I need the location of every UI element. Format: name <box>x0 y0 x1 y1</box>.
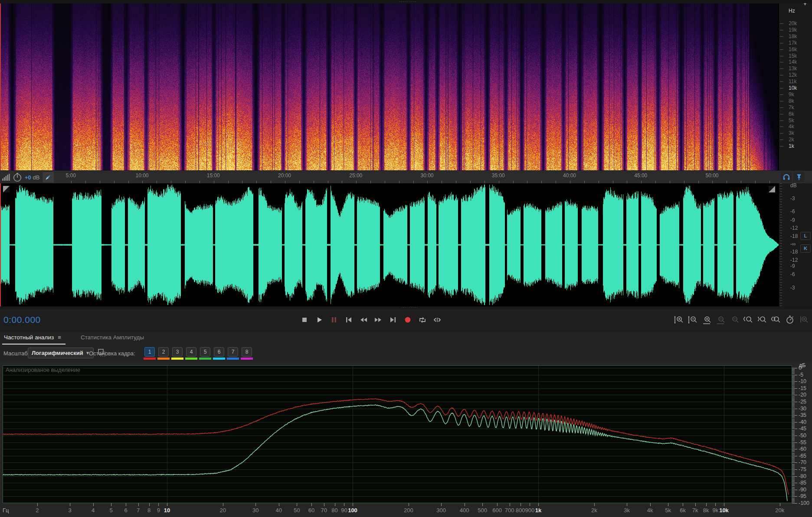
y-axis-tick <box>792 453 795 454</box>
waveform-view[interactable] <box>0 183 779 306</box>
hold-frame-button-7[interactable]: 7 <box>228 347 238 357</box>
y-axis-label: -80 <box>799 473 806 479</box>
stop-button[interactable] <box>298 313 311 326</box>
clock-icon[interactable] <box>13 172 22 182</box>
record-button[interactable] <box>402 313 414 326</box>
playhead-line[interactable] <box>0 183 1 306</box>
zoom-full-button[interactable] <box>798 313 809 326</box>
loop-playback-button[interactable] <box>416 313 429 326</box>
corner-handle-icon[interactable] <box>3 186 10 192</box>
hold-frame-button-4[interactable]: 4 <box>186 347 196 357</box>
y-axis-label: -15 <box>799 385 806 391</box>
channel-button-l[interactable]: L <box>800 232 811 240</box>
zoom-to-selection-button[interactable] <box>770 313 782 326</box>
x-axis-label: 9 <box>157 507 160 514</box>
y-axis-label: -70 <box>799 459 806 465</box>
x-axis-tick <box>344 503 344 506</box>
time-display[interactable]: 0:00.000 <box>3 315 41 325</box>
x-axis-tick <box>780 503 780 506</box>
waveform-canvas[interactable] <box>0 183 779 306</box>
y-axis-tick <box>792 421 795 421</box>
y-axis-tick <box>792 475 795 475</box>
y-axis-tick <box>792 426 795 426</box>
y-axis-tick <box>792 402 797 402</box>
chevron-down-icon[interactable]: ▼ <box>803 2 807 7</box>
rewind-button[interactable] <box>357 313 370 326</box>
y-axis-tick <box>792 375 797 375</box>
y-axis-tick <box>792 490 797 490</box>
y-axis-tick <box>792 387 795 387</box>
pin-button[interactable] <box>42 172 54 182</box>
hold-frame-button-8[interactable]: 8 <box>242 347 252 357</box>
skip-to-start-button[interactable] <box>343 313 355 326</box>
y-axis-label: -45 <box>799 426 806 432</box>
corner-handle-icon[interactable] <box>769 186 775 192</box>
x-axis-tick <box>111 503 111 506</box>
skip-frames-button[interactable] <box>431 313 443 326</box>
hold-frame-button-1[interactable]: 1 <box>144 347 155 357</box>
spectrogram-view[interactable] <box>0 3 779 170</box>
channel-button-k[interactable]: K <box>800 244 811 253</box>
zoom-to-out-point-button[interactable] <box>756 313 768 326</box>
x-axis-tick <box>158 503 159 506</box>
timer-button[interactable] <box>784 313 796 326</box>
plot-overlay-label: Анализированое выделение <box>6 367 80 373</box>
y-axis-tick <box>792 484 795 484</box>
y-axis-tick <box>792 449 797 449</box>
panel-splitter-top[interactable]: ......... <box>0 0 812 3</box>
hold-buttons: 12345678 <box>144 347 253 360</box>
frequency-label: 7k <box>789 104 794 111</box>
panel-menu-icon[interactable]: ≡ <box>58 334 61 341</box>
gain-value[interactable]: +0 dB <box>25 174 39 181</box>
hold-label: Остановка кадра: <box>89 350 135 357</box>
y-axis-tick <box>792 419 795 420</box>
x-axis-label: 2k <box>591 507 597 514</box>
zoom-out-vertical-button[interactable] <box>687 313 698 326</box>
y-axis-tick <box>792 432 795 432</box>
hold-frame-button-3[interactable]: 3 <box>172 347 183 357</box>
playhead-line[interactable] <box>0 3 1 170</box>
skip-to-end-button[interactable] <box>387 313 399 326</box>
tab-frequency-analysis[interactable]: Частотный анализ ≡ <box>4 334 61 341</box>
pin-toggle[interactable] <box>793 172 804 182</box>
y-axis-tick <box>792 468 795 468</box>
zoom-in-vertical-button[interactable] <box>673 313 684 326</box>
y-axis-tick <box>792 478 795 478</box>
zoom-out-horizontal-button[interactable] <box>714 313 726 326</box>
x-axis-label: 8k <box>703 507 709 514</box>
x-axis-label: 6k <box>680 507 686 514</box>
x-axis-label: 4 <box>92 507 95 514</box>
headphones-toggle[interactable] <box>781 172 792 182</box>
x-axis-tick <box>706 503 707 506</box>
frequency-label: 14k <box>789 59 797 65</box>
scale-dropdown[interactable]: Логарифмический ▼ <box>28 348 94 358</box>
frequency-tick <box>780 133 783 133</box>
pause-button[interactable] <box>328 313 340 326</box>
zoom-to-in-point-button[interactable] <box>742 313 754 326</box>
y-axis-tick <box>792 404 795 405</box>
x-axis-tick <box>683 503 683 506</box>
frequency-label: 16k <box>789 46 797 52</box>
db-unit-label: dB <box>790 182 797 189</box>
tab-amplitude-statistics[interactable]: Статистика Амплитуды <box>81 334 144 341</box>
hold-frame-color-bar <box>227 358 239 360</box>
zoom-toolbar <box>673 313 809 326</box>
frequency-tick <box>780 56 783 56</box>
frequency-label: 4k <box>789 124 794 130</box>
x-axis-tick <box>335 503 335 506</box>
hold-frame-button-2[interactable]: 2 <box>158 347 169 357</box>
zoom-in-horizontal-button[interactable] <box>701 313 712 326</box>
fast-forward-button[interactable] <box>372 313 384 326</box>
x-axis-tick <box>167 503 167 506</box>
hold-frame-button-6[interactable]: 6 <box>214 347 224 357</box>
frequency-label: 15k <box>789 53 797 59</box>
y-axis-tick <box>792 462 797 463</box>
play-button[interactable] <box>313 313 325 326</box>
x-axis-tick <box>37 503 38 506</box>
frequency-tick <box>780 88 783 88</box>
y-axis-tick <box>792 392 795 393</box>
zoom-reset-button[interactable] <box>728 313 740 326</box>
spectrogram-canvas[interactable] <box>0 3 779 170</box>
hold-frame-button-5[interactable]: 5 <box>200 347 210 357</box>
y-axis-tick <box>792 437 795 437</box>
